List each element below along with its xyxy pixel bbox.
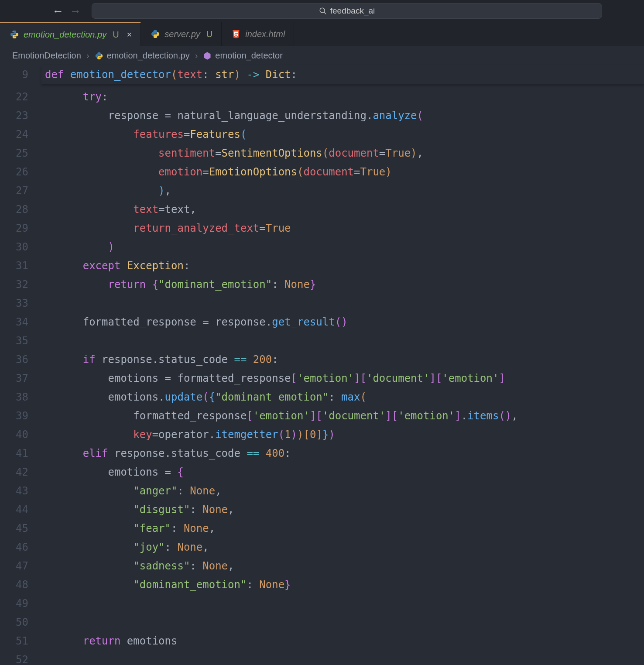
breadcrumb-folder-label: EmotionDetection	[12, 51, 81, 61]
line-number: 32	[0, 275, 28, 294]
tab-close-icon[interactable]: ×	[127, 30, 132, 40]
svg-point-2	[13, 31, 14, 32]
tab-bar: emotion_detection.py U × server.py U ind…	[0, 22, 644, 46]
tab-emotion-detection[interactable]: emotion_detection.py U ×	[0, 22, 141, 46]
line-number: 46	[0, 538, 28, 557]
line-number: 40	[0, 425, 28, 444]
breadcrumb: EmotionDetection › emotion_detection.py …	[0, 46, 644, 65]
chevron-right-icon: ›	[195, 51, 198, 61]
line-number: 44	[0, 500, 28, 519]
symbol-method-icon	[203, 51, 212, 60]
line-number: 49	[0, 594, 28, 613]
line-number: 34	[0, 313, 28, 332]
tab-server[interactable]: server.py U	[141, 22, 222, 46]
line-number: 48	[0, 576, 28, 594]
svg-point-4	[154, 31, 154, 32]
tab-index-html[interactable]: index.html	[222, 22, 294, 46]
line-number: 28	[0, 200, 28, 219]
line-number: 38	[0, 388, 28, 407]
editor: 9222324252627282930313233343536373839404…	[0, 65, 644, 665]
code-line[interactable]: features=Features(	[41, 125, 644, 144]
line-number: 37	[0, 369, 28, 388]
tab-modified-flag: U	[113, 30, 119, 40]
code-line[interactable]: )	[41, 238, 644, 257]
line-number: 27	[0, 182, 28, 200]
chevron-right-icon: ›	[86, 51, 89, 61]
tab-filename: index.html	[245, 29, 285, 39]
line-number: 51	[0, 632, 28, 651]
line-number-gutter: 9222324252627282930313233343536373839404…	[0, 65, 41, 665]
line-number: 43	[0, 482, 28, 500]
breadcrumb-symbol[interactable]: emotion_detector	[203, 51, 283, 61]
breadcrumb-file[interactable]: emotion_detection.py	[95, 51, 190, 61]
line-number: 52	[0, 651, 28, 665]
code-line[interactable]: text=text,	[41, 200, 644, 219]
line-number: 22	[0, 88, 28, 106]
code-line[interactable]: return {"dominant_emotion": None}	[41, 275, 644, 294]
tab-filename: emotion_detection.py	[24, 30, 106, 40]
svg-point-0	[320, 8, 325, 13]
code-line[interactable]: "disgust": None,	[41, 500, 644, 519]
line-number: 42	[0, 463, 28, 482]
code-line[interactable]	[41, 294, 644, 313]
code-line[interactable]: formatted_response = response.get_result…	[41, 313, 644, 332]
titlebar: ← → feedback_ai	[0, 0, 644, 22]
code-line[interactable]: "joy": None,	[41, 538, 644, 557]
line-number: 50	[0, 613, 28, 632]
code-line[interactable]: "sadness": None,	[41, 557, 644, 576]
code-line[interactable]: if response.status_code == 200:	[41, 350, 644, 369]
breadcrumb-symbol-label: emotion_detector	[215, 51, 283, 61]
code-line[interactable]: formatted_response['emotion']['document'…	[41, 407, 644, 425]
line-number: 26	[0, 163, 28, 182]
code-line[interactable]: response = natural_language_understandin…	[41, 106, 644, 125]
line-number: 30	[0, 238, 28, 257]
code-line[interactable]: key=operator.itemgetter(1))[0]})	[41, 425, 644, 444]
code-line[interactable]	[41, 651, 644, 665]
code-line[interactable]: "fear": None,	[41, 519, 644, 538]
line-number: 45	[0, 519, 28, 538]
nav-forward-icon[interactable]: →	[70, 5, 81, 17]
nav-arrows: ← →	[52, 5, 81, 17]
tab-modified-flag: U	[206, 29, 212, 39]
svg-point-3	[16, 37, 17, 38]
breadcrumb-folder[interactable]: EmotionDetection	[12, 51, 81, 61]
code-line[interactable]: try:	[41, 88, 644, 106]
command-center-search[interactable]: feedback_ai	[92, 3, 602, 19]
line-number: 24	[0, 125, 28, 144]
python-icon	[95, 51, 103, 60]
breadcrumb-file-label: emotion_detection.py	[107, 51, 190, 61]
code-line[interactable]	[41, 332, 644, 350]
sticky-scroll-line[interactable]: def emotion_detector(text: str) -> Dict:	[41, 65, 644, 84]
code-line[interactable]: elif response.status_code == 400:	[41, 444, 644, 463]
python-icon	[151, 29, 160, 39]
code-area[interactable]: def emotion_detector(text: str) -> Dict:…	[41, 65, 644, 665]
code-line[interactable]	[41, 613, 644, 632]
code-line[interactable]: ),	[41, 182, 644, 200]
code-line[interactable]: sentiment=SentimentOptions(document=True…	[41, 144, 644, 163]
code-line[interactable]: emotions.update({"dominant_emotion": max…	[41, 388, 644, 407]
code-line[interactable]: emotion=EmotionOptions(document=True)	[41, 163, 644, 182]
line-number: 25	[0, 144, 28, 163]
code-line[interactable]: "anger": None,	[41, 482, 644, 500]
line-number: 31	[0, 257, 28, 275]
code-line[interactable]: return emotions	[41, 632, 644, 651]
line-number: 29	[0, 219, 28, 238]
python-icon	[10, 30, 19, 39]
line-number: 47	[0, 557, 28, 576]
line-number: 36	[0, 350, 28, 369]
line-number: 35	[0, 332, 28, 350]
line-number: 41	[0, 444, 28, 463]
code-line[interactable]: emotions = {	[41, 463, 644, 482]
code-line[interactable]: except Exception:	[41, 257, 644, 275]
nav-back-icon[interactable]: ←	[52, 5, 64, 17]
code-line[interactable]: return_analyzed_text=True	[41, 219, 644, 238]
line-number: 23	[0, 106, 28, 125]
line-number: 39	[0, 407, 28, 425]
html-icon	[231, 29, 241, 39]
line-number: 9	[0, 65, 28, 84]
code-line[interactable]: emotions = formatted_response['emotion']…	[41, 369, 644, 388]
code-line[interactable]: "dominant_emotion": None}	[41, 576, 644, 594]
code-line[interactable]	[41, 594, 644, 613]
tab-filename: server.py	[164, 29, 200, 39]
search-icon	[319, 7, 327, 15]
